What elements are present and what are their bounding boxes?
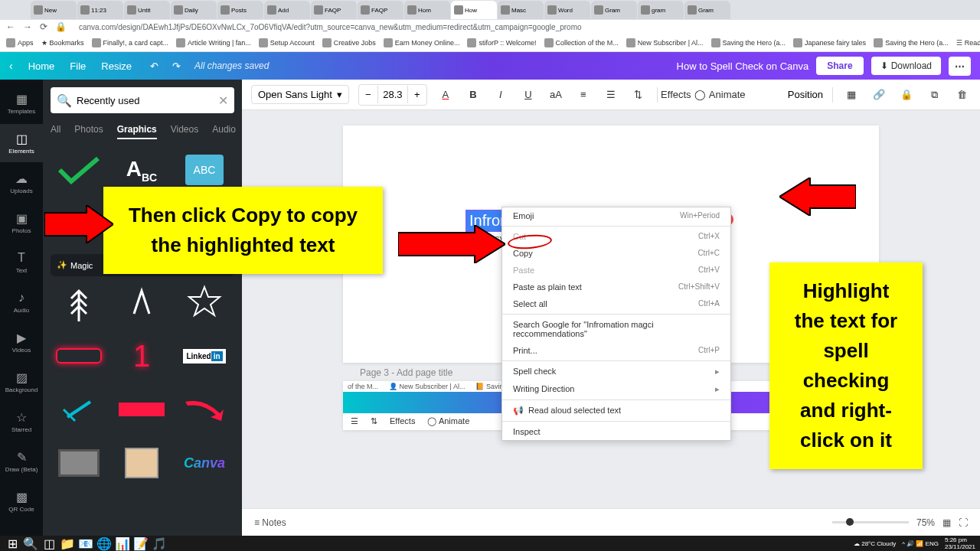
sidenav-text[interactable]: TText — [0, 243, 43, 282]
bookmark-item[interactable]: ★Bookmarks — [41, 39, 84, 47]
clock[interactable]: 5:26 pm23/11/2021 — [945, 536, 975, 550]
taskbar-app[interactable]: 🌐 — [96, 537, 112, 549]
ctx-print[interactable]: Print...Ctrl+P — [502, 342, 730, 359]
lock-icon[interactable]: 🔒 — [897, 86, 916, 104]
weather-widget[interactable]: ☁ 28°C Cloudy — [854, 540, 896, 547]
url-field[interactable]: canva.com/design/DAEwh1JfjPs/DE6OXvNwLCx… — [73, 23, 974, 31]
forward-icon[interactable]: → — [23, 21, 32, 32]
italic-icon[interactable]: I — [492, 86, 510, 104]
bookmark-item[interactable]: Saving the Hero (a... — [711, 38, 786, 47]
taskbar-app[interactable]: 🎵 — [152, 537, 167, 549]
sidenav-uploads[interactable]: ☁Uploads — [0, 164, 43, 202]
browser-tab[interactable]: Add — [264, 1, 310, 19]
element-item[interactable]: ABC — [113, 147, 170, 193]
browser-tab[interactable]: FAQP — [358, 1, 403, 19]
search-icon[interactable]: 🔍 — [23, 537, 38, 549]
element-item[interactable] — [51, 440, 107, 486]
link-icon[interactable]: 🔗 — [870, 86, 888, 104]
zoom-slider[interactable] — [832, 521, 909, 523]
reload-icon[interactable]: ⟳ — [40, 21, 47, 32]
file-menu[interactable]: File — [70, 60, 86, 72]
start-button[interactable]: ⊞ — [5, 537, 20, 549]
delete-icon[interactable]: 🗑 — [952, 86, 971, 104]
sidenav-audio[interactable]: ♪Audio — [0, 283, 43, 321]
taskview-icon[interactable]: ◫ — [41, 537, 57, 549]
sidenav-background[interactable]: ▨Background — [0, 363, 43, 401]
increase-size[interactable]: + — [408, 85, 426, 105]
sidenav-photos[interactable]: ▣Photos — [0, 204, 43, 242]
tab-all[interactable]: All — [51, 124, 60, 139]
download-button[interactable]: ⬇Download — [871, 57, 941, 75]
tab-videos[interactable]: Videos — [171, 124, 198, 139]
bookmark-item[interactable]: Article Writing | fan... — [176, 38, 251, 47]
clear-icon[interactable]: ✕ — [218, 93, 228, 108]
font-size-value[interactable]: 28.3 — [377, 86, 408, 103]
element-item[interactable]: 1 — [113, 333, 170, 379]
bookmark-item[interactable]: ☰Reading list — [956, 39, 980, 47]
bookmark-item[interactable]: Earn Money Online... — [384, 38, 460, 47]
document-title[interactable]: How to Spell Check on Canva — [677, 60, 809, 72]
taskbar-app[interactable]: 📊 — [115, 537, 130, 549]
undo-icon[interactable]: ↶ — [150, 60, 158, 72]
ctx-emoji[interactable]: EmojiWin+Period — [502, 207, 730, 224]
notes-button[interactable]: ≡ Notes — [254, 517, 286, 528]
case-icon[interactable]: aA — [547, 86, 565, 104]
back-button[interactable]: ‹ — [9, 60, 13, 72]
browser-tab[interactable]: Untit — [124, 1, 170, 19]
browser-tab[interactable]: Daily — [171, 1, 217, 19]
tab-audio[interactable]: Audio — [212, 124, 236, 139]
element-item[interactable] — [176, 279, 233, 325]
bookmark-item[interactable]: Finally!, a card capt... — [92, 38, 169, 47]
browser-tab[interactable]: Word — [544, 1, 590, 19]
element-item[interactable]: ABC — [176, 147, 233, 193]
ctx-inspect[interactable]: Inspect — [502, 423, 730, 440]
ctx-direction[interactable]: Writing Direction — [502, 380, 730, 398]
transparency-icon[interactable]: ▦ — [842, 86, 861, 104]
sidenav-starred[interactable]: ☆Starred — [0, 403, 43, 441]
back-icon[interactable]: ← — [6, 21, 15, 32]
sidenav-templates[interactable]: ▦Templates — [0, 84, 43, 122]
fullscreen-icon[interactable]: ⛶ — [959, 517, 968, 528]
taskbar-app[interactable]: 📁 — [60, 537, 75, 549]
redo-icon[interactable]: ↷ — [172, 60, 181, 72]
sidenav-elements[interactable]: ◫Elements — [0, 124, 43, 162]
spacing-icon[interactable]: ⇅ — [629, 86, 648, 104]
ctx-read[interactable]: 📢Read aloud selected text — [502, 402, 730, 419]
search-input[interactable] — [77, 95, 214, 106]
bookmark-item[interactable]: Japanese fairy tales — [793, 38, 866, 47]
list-icon[interactable]: ☰ — [602, 86, 620, 104]
browser-tab[interactable]: Gram — [684, 1, 730, 19]
font-selector[interactable]: Open Sans Light▾ — [251, 85, 349, 104]
grid-icon[interactable]: ▦ — [942, 517, 951, 528]
element-item[interactable] — [176, 386, 233, 432]
element-item[interactable] — [51, 386, 107, 432]
browser-tab[interactable]: New — [31, 1, 77, 19]
element-item[interactable]: Linkedin — [176, 333, 233, 379]
browser-tab[interactable]: 11:23 — [77, 1, 123, 19]
element-item[interactable] — [51, 147, 107, 193]
underline-icon[interactable]: U — [519, 86, 537, 104]
decrease-size[interactable]: − — [359, 85, 377, 105]
ctx-paste-plain[interactable]: Paste as plain textCtrl+Shift+V — [502, 279, 730, 295]
browser-tab-active[interactable]: How — [451, 1, 497, 19]
element-item[interactable]: Canva — [176, 440, 233, 486]
sidenav-videos[interactable]: ▶Videos — [0, 323, 43, 361]
bookmark-item[interactable]: New Subscriber | Al... — [626, 38, 704, 47]
bookmark-item[interactable]: stiforP :: Welcome! — [467, 38, 536, 47]
sidenav-draw[interactable]: ✎Draw (Beta) — [0, 442, 43, 481]
taskbar-app[interactable]: 📝 — [133, 537, 149, 549]
zoom-value[interactable]: 75% — [916, 517, 935, 528]
bookmark-item[interactable]: Saving the Hero (a... — [874, 38, 949, 47]
taskbar-app[interactable]: 📧 — [78, 537, 93, 549]
bold-icon[interactable]: B — [464, 86, 482, 104]
browser-tab[interactable]: Gram — [591, 1, 637, 19]
browser-tab[interactable]: Hom — [404, 1, 450, 19]
text-color-icon[interactable]: A — [436, 86, 455, 104]
animate-button[interactable]: ◯Animate — [694, 86, 746, 104]
element-item[interactable] — [51, 333, 107, 379]
tray-icons[interactable]: ^ 🔊 📶 ENG — [902, 540, 939, 547]
ctx-selectall[interactable]: Select allCtrl+A — [502, 295, 730, 312]
element-item[interactable] — [113, 440, 170, 486]
element-item[interactable] — [113, 279, 170, 325]
effects-button[interactable]: Effects — [667, 86, 685, 104]
